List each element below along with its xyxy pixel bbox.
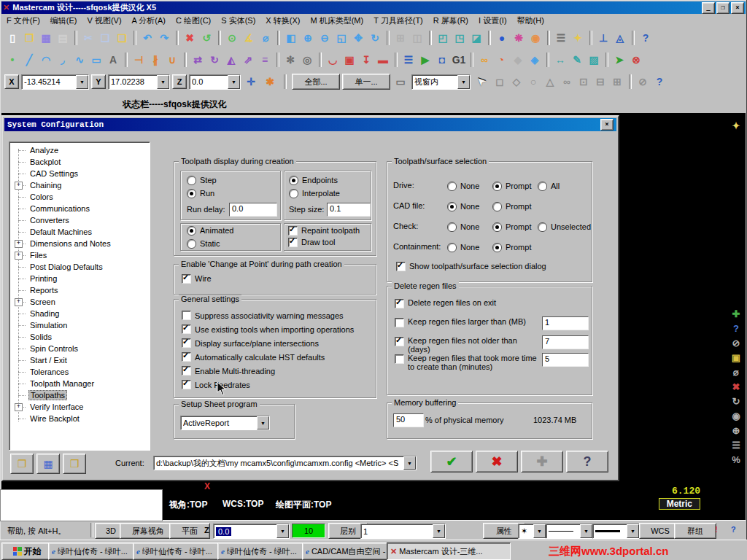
viewports-icon[interactable]: ◫ — [409, 30, 425, 46]
rt-zoom-icon[interactable]: ⊕ — [728, 423, 744, 438]
zoom-out-icon[interactable]: ⊖ — [317, 30, 333, 46]
tree-item-solids[interactable]: Solids — [9, 331, 150, 343]
operations-manager-icon[interactable]: ☰ — [400, 52, 417, 68]
regen-keep-regen-files-larger-than-mb[interactable]: Keep regen files larger than (MB) — [395, 317, 541, 327]
tree-item-shading[interactable]: Shading — [9, 308, 150, 319]
point-style-combo[interactable]: ✶ ▼ — [518, 524, 546, 539]
analyze-point-icon[interactable]: ⊙ — [224, 30, 240, 46]
display-mode-run[interactable]: Run — [187, 187, 217, 200]
y-coordinate-button[interactable]: Y — [91, 74, 106, 89]
select-circle-icon[interactable]: ○ — [525, 74, 541, 90]
wcs-plane-icon[interactable]: ⊥ — [595, 30, 611, 46]
level-manager-icon[interactable]: ☰ — [553, 30, 569, 46]
create-fillet-icon[interactable]: ◞ — [55, 52, 71, 68]
general-automatically-calculate-hst-defaults[interactable]: Automatically calculate HST defaults — [182, 350, 354, 364]
y-coordinate-input[interactable]: 17.02238 ▼ — [108, 74, 170, 90]
note-icon[interactable]: ✎ — [569, 52, 585, 68]
post-icon[interactable]: G1 — [451, 52, 467, 68]
tree-item-analyze[interactable]: Analyze — [9, 144, 150, 156]
create-point-icon[interactable]: • — [4, 52, 20, 68]
window-selection-dropdown-button[interactable]: ▼ — [457, 75, 470, 89]
selection-containment-prompt[interactable]: Prompt — [492, 241, 531, 254]
tree-item-printing[interactable]: Printing — [9, 273, 150, 284]
step-size-field[interactable]: 0.1 — [327, 203, 371, 217]
selection-containment-none[interactable]: None — [447, 241, 479, 254]
general-use-existing-tools-when-importing-operations[interactable]: Use existing tools when importing operat… — [182, 322, 354, 336]
line-width-dropdown-button[interactable]: ▼ — [627, 524, 639, 538]
analyze-distance-icon[interactable]: ⌀ — [258, 30, 274, 46]
display-paint-repaint-toolpath[interactable]: Repaint toolpath — [288, 225, 360, 236]
view-front-icon[interactable]: ◳ — [452, 30, 468, 46]
selection-cad-file-none[interactable]: None — [447, 200, 479, 213]
title-bar[interactable]: ✕ Mastercam 设计-----sfqosk提供汉化 X5 _ ❐ × — [1, 1, 746, 14]
regen-keep-regen-files-that-took-more-time-to-cr[interactable]: Keep regen files that took more time to … — [395, 354, 541, 371]
regen-value-field[interactable]: 5 — [542, 353, 589, 367]
refresh-icon[interactable]: ↻ — [728, 394, 744, 408]
select-window-icon[interactable]: ⊡ — [576, 74, 592, 90]
chain-icon[interactable]: ∞ — [476, 52, 492, 68]
select-all-button[interactable]: 全部... — [292, 74, 340, 90]
level-combo[interactable]: 1 ▼ — [360, 524, 446, 539]
setup-sheet-combo[interactable]: ActiveReport ▼ — [180, 416, 270, 430]
display-endpoint-endpoints[interactable]: Endpoints — [289, 174, 340, 187]
menu-t-t[interactable]: T 刀具路径(T) — [368, 15, 428, 26]
expand-icon[interactable]: + — [15, 240, 23, 248]
rt-levels-icon[interactable]: ☰ — [728, 438, 744, 452]
menu-m-m[interactable]: M 机床类型(M) — [305, 15, 368, 26]
screen-view-button[interactable]: 屏幕视角 — [120, 523, 177, 539]
tree-item-tolerances[interactable]: Tolerances — [9, 366, 150, 378]
line-width-combo[interactable]: ▼ — [592, 524, 640, 539]
select-single-button[interactable]: 单一... — [342, 74, 390, 90]
camera-icon[interactable]: ◉ — [728, 408, 744, 423]
tree-item-backplot[interactable]: Backplot — [9, 156, 150, 168]
z-coordinate-button[interactable]: Z — [172, 74, 187, 89]
redo-icon[interactable]: ↷ — [156, 30, 172, 46]
menu-s-s[interactable]: S 实体(S) — [216, 15, 260, 26]
new-file-icon[interactable]: ▯ — [4, 30, 20, 46]
display-anim-animated[interactable]: Animated — [187, 224, 233, 237]
display-mode-step[interactable]: Step — [187, 174, 217, 187]
xform-mirror-icon[interactable]: ◭ — [223, 52, 239, 68]
color-swatch-field[interactable]: 10 — [292, 524, 325, 538]
menu-r-r[interactable]: R 屏幕(R) — [428, 15, 473, 26]
general-suppress-associativity-warning-messages[interactable]: Suppress associativity warning messages — [182, 308, 354, 322]
setup-sheet-dropdown-button[interactable]: ▼ — [257, 416, 269, 429]
z-depth-dropdown-button[interactable]: ▼ — [276, 524, 289, 538]
cancel-button[interactable]: ✖ — [476, 451, 518, 472]
add-icon[interactable]: ✚ — [728, 306, 744, 321]
select-outside-icon[interactable]: ⊞ — [609, 74, 625, 90]
join-icon[interactable]: ∪ — [164, 52, 180, 68]
swatch-icon[interactable]: ▣ — [728, 350, 744, 365]
verify-icon[interactable]: ◘ — [434, 52, 450, 68]
tree-item-toolpaths[interactable]: Toolpaths — [9, 389, 150, 401]
z-depth-combo[interactable]: 0.0 ▼ — [213, 524, 290, 539]
toolpath-drill-icon[interactable]: ↧ — [358, 52, 374, 68]
general-display-surface-plane-intersections[interactable]: Display surface/plane intersections — [182, 336, 354, 350]
zoom-in-icon[interactable]: ⊕ — [300, 30, 316, 46]
print-icon[interactable]: ▤ — [55, 30, 71, 46]
taskbar-task-4[interactable]: eCAD/CAM自由空间 - ... — [302, 542, 391, 560]
autocursor-icon[interactable]: ✛ — [243, 74, 259, 90]
tree-item-communications[interactable]: Communications — [9, 203, 150, 214]
menu-i-i[interactable]: I 设置(I) — [473, 15, 512, 26]
dialog-close-button[interactable]: × — [600, 119, 614, 131]
taskbar-task-2[interactable]: e绿叶仙传奇 - 绿叶... — [133, 542, 222, 560]
menu-f-f[interactable]: F 文件(F) — [1, 15, 45, 26]
x-dropdown-button[interactable]: ▼ — [76, 75, 88, 89]
tree-item-dimensions-and-notes[interactable]: +Dimensions and Notes — [9, 238, 150, 249]
tree-item-converters[interactable]: Converters — [9, 214, 150, 226]
shade-sphere-icon[interactable]: ● — [494, 30, 510, 46]
analyze-angle-icon[interactable]: ∡ — [241, 30, 257, 46]
tree-item-colors[interactable]: Colors — [9, 191, 150, 203]
selection-drive-none[interactable]: None — [447, 179, 479, 192]
selection-check-unselected[interactable]: Unselected — [538, 220, 591, 233]
help-icon[interactable]: ? — [731, 525, 736, 534]
undo-icon[interactable]: ↶ — [139, 30, 155, 46]
taskbar-task-3[interactable]: e绿叶仙传奇 - 绿叶... — [217, 542, 306, 560]
dimensions-icon[interactable]: ↔ — [552, 52, 568, 68]
copy-icon[interactable]: ❏ — [97, 30, 113, 46]
save-icon[interactable]: ▦ — [38, 30, 54, 46]
create-rect-icon[interactable]: ▭ — [88, 52, 104, 68]
tree-item-post-dialog-defaults[interactable]: Post Dialog Defaults — [9, 261, 150, 273]
exit-app-icon[interactable]: ⊗ — [628, 52, 644, 68]
